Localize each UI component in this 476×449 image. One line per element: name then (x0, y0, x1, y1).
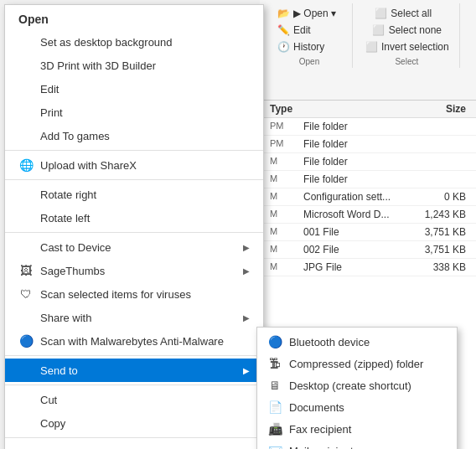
menu-item-icon (18, 187, 34, 202)
menu-item[interactable]: Cut (5, 388, 263, 411)
submenu-item-label: Compressed (zipped) folder (289, 358, 423, 370)
submenu-item-icon: 🔵 (267, 334, 282, 349)
select-all-icon: ⬜ (374, 7, 387, 20)
invert-selection-button[interactable]: ⬜ Invert selection (360, 39, 454, 55)
submenu-arrow: ▶ (243, 243, 250, 252)
menu-separator (5, 179, 263, 180)
menu-item-left: Rotate right (18, 187, 96, 202)
menu-item-label: Add To games (40, 130, 110, 142)
menu-item-left: Edit (18, 81, 59, 96)
menu-item[interactable]: Copy (5, 411, 263, 435)
type-column-header: Type (266, 102, 411, 116)
date-cell: M (266, 155, 300, 168)
menu-item[interactable]: Add To games (5, 124, 263, 147)
type-cell: File folder (300, 120, 411, 133)
submenu-item[interactable]: 🗜 Compressed (zipped) folder (257, 353, 457, 374)
menu-item-icon (18, 392, 34, 407)
menu-item-left: Cut (18, 392, 57, 407)
submenu-item[interactable]: ✉️ Mail recipient (257, 440, 457, 449)
menu-item-label: Cut (40, 394, 57, 406)
table-row[interactable]: PM File folder (260, 118, 476, 136)
submenu-item[interactable]: 📄 Documents (257, 396, 457, 418)
menu-item-left: Print (18, 105, 63, 120)
menu-item-label: Copy (40, 417, 65, 430)
table-row[interactable]: M File folder (260, 153, 476, 171)
submenu-item-icon: ✉️ (267, 443, 282, 449)
size-cell (411, 120, 469, 133)
type-cell: 002 File (300, 243, 411, 256)
submenu-item-icon: 🖥 (267, 378, 282, 393)
menu-item-label: Create shortcut (40, 446, 115, 450)
submenu-item[interactable]: 🖥 Desktop (create shortcut) (257, 374, 457, 396)
select-all-button[interactable]: ⬜ Select all (369, 5, 444, 22)
submenu-item-label: Fax recipient (289, 423, 351, 436)
context-menu-title: Open (5, 8, 263, 30)
menu-item[interactable]: Share with ▶ (5, 306, 263, 329)
menu-item-icon (18, 105, 34, 120)
menu-item-icon (18, 310, 34, 325)
submenu-item[interactable]: 📠 Fax recipient (257, 418, 457, 440)
table-row[interactable]: M File folder (260, 171, 476, 188)
edit-button[interactable]: ✏️ Edit (272, 22, 347, 39)
menu-item[interactable]: Send to ▶ (5, 359, 263, 382)
menu-item[interactable]: Create shortcut (5, 441, 263, 449)
submenu-item-left: 📄 Documents (267, 400, 344, 415)
menu-separator (5, 150, 263, 151)
menu-item-left: Create shortcut (18, 445, 115, 449)
menu-item[interactable]: Set as desktop background (5, 30, 263, 54)
menu-separator (5, 384, 263, 385)
file-list-header: Type Size (260, 101, 476, 118)
menu-item[interactable]: 🖼 SageThumbs ▶ (5, 259, 263, 282)
menu-item-label: 3D Print with 3D Builder (40, 59, 156, 72)
submenu-item[interactable]: 🔵 Bluetooth device (257, 331, 457, 353)
table-row[interactable]: M Configuration sett... 0 KB (260, 188, 476, 206)
table-row[interactable]: PM File folder (260, 136, 476, 153)
table-row[interactable]: M 002 File 3,751 KB (260, 241, 476, 259)
date-cell: M (266, 208, 300, 221)
menu-item-label: Send to (40, 364, 78, 377)
menu-item[interactable]: Print (5, 101, 263, 124)
table-row[interactable]: M Microsoft Word D... 1,243 KB (260, 206, 476, 224)
context-menu: Open Set as desktop background 3D Print … (4, 4, 264, 449)
menu-item-icon (18, 128, 34, 143)
menu-item-icon (18, 240, 34, 255)
table-row[interactable]: M JPG File 338 KB (260, 259, 476, 276)
type-cell: Microsoft Word D... (300, 208, 411, 221)
submenu-item-label: Documents (289, 401, 344, 414)
select-group-label: Select (395, 57, 418, 66)
menu-item[interactable]: Cast to Device ▶ (5, 235, 263, 259)
menu-item[interactable]: 🔵 Scan with Malwarebytes Anti-Malware (5, 329, 263, 353)
size-cell (411, 155, 469, 168)
submenu-item-label: Mail recipient (289, 445, 354, 450)
menu-item-label: Share with (40, 312, 91, 324)
menu-item[interactable]: 🛡 Scan selected items for viruses (5, 282, 263, 306)
menu-item-left: Send to (18, 363, 78, 378)
menu-separator (5, 355, 263, 356)
size-cell (411, 173, 469, 186)
submenu-arrow: ▶ (243, 366, 250, 375)
edit-icon: ✏️ (277, 23, 290, 37)
menu-item-icon (18, 210, 34, 225)
open-button[interactable]: 📂 ▶ Open ▾ (272, 5, 347, 22)
submenu-item-left: 🖥 Desktop (create shortcut) (267, 378, 411, 393)
history-button[interactable]: 🕐 History (272, 39, 347, 55)
select-none-button[interactable]: ⬜ Select none (367, 22, 447, 39)
menu-item[interactable]: Rotate right (5, 183, 263, 206)
menu-items-container: Set as desktop background 3D Print with … (5, 30, 263, 449)
menu-item-left: 3D Print with 3D Builder (18, 58, 156, 73)
menu-item-label: Upload with ShareX (40, 159, 137, 172)
menu-item-left: 🔵 Scan with Malwarebytes Anti-Malware (18, 333, 224, 348)
date-cell: PM (266, 120, 300, 133)
date-cell: PM (266, 137, 300, 151)
table-row[interactable]: M 001 File 3,751 KB (260, 224, 476, 241)
submenu-item-icon: 📠 (267, 421, 282, 436)
menu-item[interactable]: 3D Print with 3D Builder (5, 54, 263, 77)
menu-item[interactable]: 🌐 Upload with ShareX (5, 153, 263, 177)
menu-item-left: 🛡 Scan selected items for viruses (18, 286, 191, 302)
menu-item-left: Set as desktop background (18, 34, 173, 49)
menu-item-label: Print (40, 106, 63, 119)
menu-item[interactable]: Edit (5, 77, 263, 101)
submenu-item-left: 🗜 Compressed (zipped) folder (267, 356, 423, 371)
menu-item-icon (18, 81, 34, 96)
menu-item[interactable]: Rotate left (5, 206, 263, 230)
